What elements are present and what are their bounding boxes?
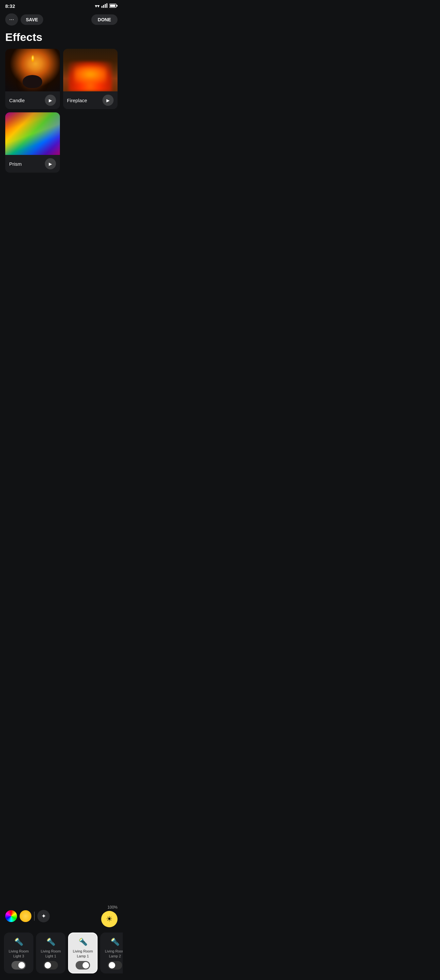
fireplace-label: Fireplace bbox=[67, 98, 87, 103]
page-title: Effects bbox=[0, 28, 123, 49]
wifi-icon: ▾▾ bbox=[95, 3, 100, 8]
play-icon: ▶ bbox=[49, 98, 52, 103]
signal-icon bbox=[102, 3, 107, 9]
menu-button[interactable]: ··· bbox=[5, 13, 18, 25]
prism-image bbox=[5, 112, 60, 155]
menu-icon: ··· bbox=[9, 16, 14, 23]
fireplace-footer: Fireplace ▶ bbox=[63, 91, 118, 109]
status-icons: ▾▾ bbox=[95, 3, 118, 9]
status-time: 8:32 bbox=[5, 3, 15, 9]
battery-icon bbox=[110, 3, 118, 9]
play-icon: ▶ bbox=[106, 98, 110, 103]
done-button[interactable]: DONE bbox=[91, 14, 118, 25]
svg-rect-3 bbox=[106, 3, 107, 8]
effect-card-prism[interactable]: Prism ▶ bbox=[5, 112, 60, 173]
play-icon: ▶ bbox=[49, 161, 52, 166]
prism-footer: Prism ▶ bbox=[5, 155, 60, 173]
fireplace-image bbox=[63, 49, 118, 91]
svg-rect-1 bbox=[103, 5, 104, 8]
save-button[interactable]: SAVE bbox=[21, 14, 43, 25]
svg-rect-0 bbox=[102, 6, 102, 8]
candle-image bbox=[5, 49, 60, 91]
effects-grid: Candle ▶ Fireplace ▶ Prism ▶ bbox=[0, 49, 123, 173]
prism-label: Prism bbox=[9, 161, 22, 167]
effect-card-fireplace[interactable]: Fireplace ▶ bbox=[63, 49, 118, 109]
svg-rect-2 bbox=[105, 4, 106, 8]
candle-footer: Candle ▶ bbox=[5, 91, 60, 109]
candle-play-button[interactable]: ▶ bbox=[45, 95, 56, 106]
top-bar: ··· SAVE DONE bbox=[0, 11, 123, 28]
svg-rect-6 bbox=[116, 5, 118, 6]
svg-rect-5 bbox=[110, 5, 115, 7]
effect-card-candle[interactable]: Candle ▶ bbox=[5, 49, 60, 109]
status-bar: 8:32 ▾▾ bbox=[0, 0, 123, 11]
prism-play-button[interactable]: ▶ bbox=[45, 158, 56, 169]
candle-label: Candle bbox=[9, 98, 25, 103]
fireplace-play-button[interactable]: ▶ bbox=[102, 95, 114, 106]
